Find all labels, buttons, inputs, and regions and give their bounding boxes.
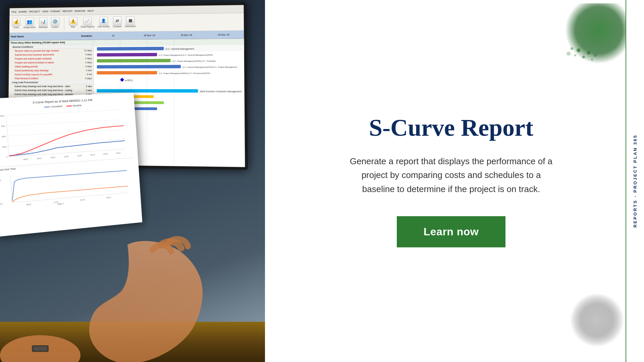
svg-text:G.C. Project Management(25%),G: G.C. Project Management(25%),G.C. Schedu… (172, 60, 216, 62)
svg-point-61 (571, 47, 573, 50)
costs-label: Costs (13, 26, 19, 28)
gantt-row-3: Prepare and submit project schedule3 day… (9, 57, 93, 61)
svg-text:12/15: 12/15 (77, 155, 82, 157)
gray-decoration-bottom (569, 292, 626, 349)
svg-point-58 (582, 56, 585, 58)
gantt-row-10: Submit shop drawings and order long lead… (9, 88, 93, 93)
title-line1: S-Curve Report (369, 114, 533, 141)
svg-text:75%: 75% (1, 125, 5, 127)
svg-text:G.C. General Management(10%),G: G.C. General Management(10%),G.C. Projec… (182, 66, 237, 68)
svg-text:11/15: 11/15 (64, 156, 69, 158)
svg-text:Steel Erection Contractor Mana: Steel Erection Contractor Management (200, 90, 241, 93)
svg-point-64 (567, 52, 571, 56)
sidebar-label-text: REPORTS - PROJECT PLAN 365 (633, 134, 638, 228)
svg-text:02/16: 02/16 (103, 153, 108, 155)
svg-rect-2 (97, 47, 164, 51)
gray-circle-svg (569, 292, 626, 349)
svg-rect-14 (97, 89, 198, 93)
svg-text:03/16: 03/16 (116, 152, 120, 154)
gantt-timeline-header: 15 05 Nov '19 15 Nov '19 02 Nov '19 (94, 31, 244, 40)
user-activity-label: User Activity (98, 25, 109, 27)
toolbar-divider (64, 17, 64, 30)
assignments-icon: 👥 (25, 17, 34, 26)
gantt-row-4: Prepare and submit schedule of values2 d… (9, 61, 93, 65)
assignments-label: Assignments (23, 26, 36, 28)
svg-text:50%: 50% (2, 135, 6, 138)
svg-text:10/15: 10/15 (51, 156, 55, 159)
workload-icon-group: 📊 Workload (39, 17, 48, 31)
task-name-header: Task Name (10, 35, 75, 38)
svg-point-63 (594, 54, 597, 57)
dashboard-icon-group: ▦ Dashboard (125, 16, 136, 29)
icon-toolbar: 💰 Costs 👥 Assignments 📊 Workload ⚙️ Cust… (9, 13, 244, 33)
assignments-icon-group: 👥 Assignments (23, 17, 36, 31)
svg-text:G.C. Project Management(50%),G: G.C. Project Management(50%),G.C. Procur… (159, 72, 210, 74)
costs-icon: 💰 (12, 18, 20, 26)
svg-point-62 (591, 59, 593, 61)
svg-point-65 (570, 293, 624, 347)
gantt-row-8: Final General Condition0 days (9, 76, 93, 80)
svg-rect-4 (97, 53, 157, 57)
page-description: Generate a report that displays the perf… (347, 155, 555, 196)
compare-icon-group: ⇄ Compare (113, 16, 122, 30)
custom-icon: ⚙️ (51, 17, 59, 26)
user-activity-icon-group: 👤 User Activity (98, 16, 109, 30)
svg-point-59 (587, 51, 590, 55)
svg-text:25%: 25% (2, 145, 7, 148)
custom-icon-group: ⚙️ Custom (51, 17, 59, 30)
svg-text:01/16: 01/16 (90, 154, 95, 156)
learn-now-button[interactable]: Learn now (397, 216, 506, 247)
right-content-section: S-Curve Report Generate a report that di… (265, 0, 644, 362)
legend-line-red (66, 105, 72, 106)
svg-text:09/15: 09/15 (37, 157, 42, 160)
legend-cumulative: Cumulative (44, 105, 63, 108)
green-decoration-top (558, 3, 626, 70)
left-photo-section: FILE SHARE PROJECT VIEW FORMAT REPORT WI… (0, 0, 265, 362)
dashboard-label: Dashboard (125, 25, 136, 27)
svg-rect-0 (94, 39, 244, 46)
legend-baseline: Baseline (66, 104, 82, 107)
svg-text:100%: 100% (0, 115, 5, 117)
svg-rect-6 (97, 59, 171, 63)
hands-svg (0, 178, 265, 362)
main-content: S-Curve Report Generate a report that di… (347, 115, 555, 248)
risk-icon-group: ⚠️ Risk (69, 17, 77, 30)
svg-rect-10 (97, 71, 157, 74)
duration-header: Duration (76, 35, 92, 38)
gantt-row-parent-3: Long Lead Procurement (9, 80, 93, 84)
costs-icon-group: 💰 Costs (12, 18, 20, 31)
svg-rect-8 (97, 65, 181, 69)
svg-line-21 (174, 39, 174, 167)
page-title: S-Curve Report (347, 115, 555, 141)
svg-text:● 05/11: ● 05/11 (125, 79, 133, 81)
visual-reports-icon: 📈 (83, 17, 92, 25)
person-hands (0, 178, 265, 362)
visual-reports-label: Visual Reports (80, 25, 94, 27)
sidebar-label-container: REPORTS - PROJECT PLAN 365 (626, 0, 644, 362)
scurve-chart-svg: 0 25% 50% 75% 100% 09/15 09/15 10/15 11/… (0, 107, 129, 165)
green-blob-svg (558, 3, 626, 70)
user-activity-icon: 👤 (99, 16, 108, 25)
menu-items: FILE SHARE PROJECT VIEW FORMAT REPORT WI… (11, 9, 94, 13)
compare-icon: ⇄ (113, 16, 122, 25)
svg-point-57 (577, 48, 581, 52)
risk-icon: ⚠️ (69, 17, 77, 26)
svg-point-60 (574, 54, 576, 56)
sidebar-label-inner: REPORTS - PROJECT PLAN 365 (633, 0, 638, 362)
svg-text:09/15: 09/15 (23, 158, 28, 161)
svg-marker-12 (120, 78, 124, 82)
workload-label: Workload (39, 26, 47, 28)
gantt-row-6: Submit preliminary shop drawings2 wks (9, 68, 93, 72)
toolbar-icon-group: 💰 Costs 👥 Assignments 📊 Workload ⚙️ Cust… (12, 16, 136, 31)
compare-label: Compare (113, 25, 121, 27)
gantt-row-5: Obtain building permits4 days (9, 64, 94, 69)
svg-text:G.C. Project Management,G.C. G: G.C. Project Management,G.C. General Man… (159, 54, 213, 56)
workload-icon: 📊 (39, 17, 47, 26)
custom-label: Custom (51, 26, 59, 28)
legend-line-blue (44, 106, 50, 107)
gantt-row-9: Submit shop drawings and order long lead… (9, 84, 93, 88)
dashboard-icon: ▦ (126, 16, 135, 25)
svg-rect-55 (34, 347, 47, 351)
gantt-column-header: Task Name Duration (9, 32, 94, 41)
visual-reports-icon-group: 📈 Visual Reports (80, 17, 95, 30)
